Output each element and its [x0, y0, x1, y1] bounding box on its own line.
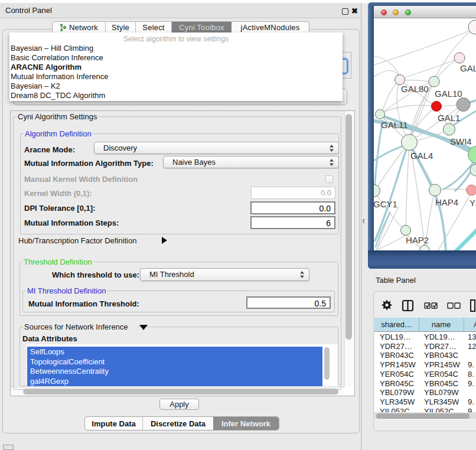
svg-text:GAL8: GAL8: [460, 63, 476, 73]
svg-text:GAL80: GAL80: [401, 84, 429, 94]
svg-text:GAL10: GAL10: [435, 89, 462, 99]
svg-text:HAP2: HAP2: [406, 235, 429, 245]
svg-text:SWI4: SWI4: [450, 136, 472, 146]
svg-text:GAL11: GAL11: [381, 120, 408, 130]
svg-text:GAL4: GAL4: [410, 151, 433, 161]
svg-text:GAL1: GAL1: [438, 113, 460, 123]
svg-text:YJ: YJ: [470, 198, 476, 208]
svg-text:GCY1: GCY1: [374, 199, 397, 209]
svg-text:HAP4: HAP4: [435, 197, 458, 207]
